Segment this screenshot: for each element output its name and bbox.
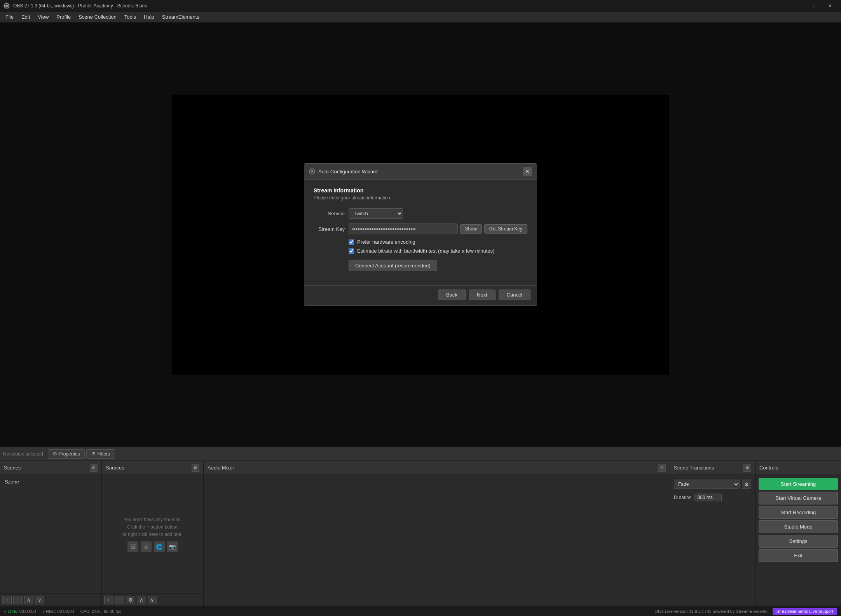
titlebar-controls: ─ □ ✕ (791, 0, 838, 12)
prefer-hw-encoding-checkbox[interactable] (349, 239, 354, 245)
estimate-bitrate-row: Estimate bitrate with bandwidth test (ma… (349, 248, 527, 254)
audio-popup-button[interactable]: ⊞ (658, 464, 666, 472)
duration-row: Duration (670, 492, 755, 503)
start-recording-button[interactable]: Start Recording (759, 506, 838, 519)
scenes-panel-header-icons: ⊞ (90, 464, 98, 472)
get-stream-key-button[interactable]: Get Stream Key (484, 224, 527, 234)
service-select[interactable]: Twitch YouTube Facebook Live Custom RTMP (349, 208, 403, 219)
sources-popup-button[interactable]: ⊞ (192, 464, 199, 472)
obs-icon (3, 2, 10, 9)
next-button[interactable]: Next (469, 290, 496, 300)
remove-source-button[interactable]: − (115, 596, 124, 604)
display-source-icon: 🖥 (141, 541, 152, 552)
menu-tools[interactable]: Tools (120, 12, 140, 21)
sources-panel-header-icons: ⊞ (192, 464, 199, 472)
start-streaming-button[interactable]: Start Streaming (759, 478, 838, 490)
add-scene-button[interactable]: + (2, 596, 12, 604)
audio-mixer-content (204, 475, 670, 606)
browser-source-icon: 🌐 (154, 541, 165, 552)
back-button[interactable]: Back (438, 290, 466, 300)
controls-panel: Controls Start Streaming Start Virtual C… (756, 461, 841, 606)
show-stream-key-button[interactable]: Show (460, 224, 482, 234)
transition-type-select[interactable]: Fade Cut Swipe Slide (674, 480, 740, 489)
service-row: Service Twitch YouTube Facebook Live Cus… (314, 208, 527, 219)
prefer-hw-encoding-row: Prefer hardware encoding (349, 239, 527, 245)
scene-up-button[interactable]: ∧ (24, 596, 33, 604)
sources-panel: Sources ⊞ You don't have any sources. Cl… (102, 461, 204, 606)
scene-down-button[interactable]: ∨ (35, 596, 44, 604)
source-up-button[interactable]: ∧ (137, 596, 146, 604)
remove-scene-button[interactable]: − (13, 596, 23, 604)
status-right: OBS.Live version 21.9.27.783 powered by … (654, 608, 837, 615)
menu-view[interactable]: View (34, 12, 52, 21)
source-type-icons: 🖼 🖥 🌐 📷 (127, 541, 178, 552)
dialog-content: Stream Information Please enter your str… (304, 180, 537, 285)
scene-transitions-panel: Scene Transitions ⊞ Fade Cut Swipe Slide… (670, 461, 756, 606)
dialog-titlebar: Auto-Configuration Wizard ✕ (304, 164, 537, 180)
connect-account-button[interactable]: Connect Account (recommended) (349, 260, 437, 271)
stream-key-row: Stream Key Show Get Stream Key (314, 223, 527, 234)
add-source-button[interactable]: + (104, 596, 113, 604)
estimate-bitrate-checkbox[interactable] (349, 248, 354, 254)
gear-icon: ⚙ (53, 451, 57, 457)
maximize-button[interactable]: □ (807, 0, 822, 12)
properties-label: Properties (59, 451, 80, 457)
filters-tab[interactable]: ⚗ Filters (86, 449, 115, 459)
stream-key-input[interactable] (349, 223, 458, 234)
close-button[interactable]: ✕ (822, 0, 838, 12)
scene-transitions-header-icons: ⊞ (743, 464, 751, 472)
menu-help[interactable]: Help (140, 12, 158, 21)
rec-dot: ● (42, 609, 46, 614)
wizard-icon (309, 168, 315, 175)
start-virtual-camera-button[interactable]: Start Virtual Camera (759, 492, 838, 504)
rec-label: REC: (46, 609, 57, 614)
sources-list[interactable]: You don't have any sources. Click the + … (102, 475, 203, 593)
settings-button[interactable]: Settings (759, 535, 838, 548)
menu-file[interactable]: File (2, 12, 17, 21)
menu-profile[interactable]: Profile (52, 12, 75, 21)
dialog-footer: Back Next Cancel (304, 285, 537, 305)
image-source-icon: 🖼 (127, 541, 138, 552)
audio-mixer-panel-header: Audio Mixer ⊞ (204, 461, 670, 475)
titlebar: OBS 27.1.3 (64-bit, windows) - Profile: … (0, 0, 841, 12)
streamelements-support-button[interactable]: StreamElements Live Support (773, 608, 837, 615)
scenes-list: Szene (0, 475, 101, 593)
live-dot: ● (4, 609, 8, 614)
transition-settings-button[interactable]: ⚙ (742, 480, 751, 489)
properties-tab[interactable]: ⚙ Properties (48, 449, 85, 459)
menu-scene-collection[interactable]: Scene Collection (75, 12, 120, 21)
scene-transitions-header: Scene Transitions ⊞ (670, 461, 755, 475)
titlebar-title: OBS 27.1.3 (64-bit, windows) - Profile: … (13, 3, 147, 9)
source-settings-button[interactable]: ⚙ (126, 596, 135, 604)
menu-streamelements[interactable]: StreamElements (158, 12, 203, 21)
exit-button[interactable]: Exit (759, 549, 838, 562)
menu-edit[interactable]: Edit (17, 12, 34, 21)
cpu-label: CPU: 2.0%, 60.00 fps (80, 609, 121, 614)
titlebar-left: OBS 27.1.3 (64-bit, windows) - Profile: … (3, 2, 147, 9)
filter-icon: ⚗ (91, 451, 96, 457)
controls-panel-header: Controls (756, 461, 841, 475)
minimize-button[interactable]: ─ (791, 0, 807, 12)
scenes-panel-header: Scenes ⊞ (0, 461, 101, 475)
duration-input[interactable] (694, 494, 722, 501)
dialog-close-button[interactable]: ✕ (523, 167, 532, 176)
transitions-popup-button[interactable]: ⊞ (743, 464, 751, 472)
svg-point-3 (311, 170, 313, 173)
service-label: Service (314, 211, 345, 216)
scene-transitions-title: Scene Transitions (674, 465, 714, 471)
source-down-button[interactable]: ∨ (148, 596, 157, 604)
scene-item-szene[interactable]: Szene (0, 476, 101, 487)
stream-key-label: Stream Key (314, 226, 345, 232)
audio-panel-header-icons: ⊞ (658, 464, 666, 472)
scene-transitions-content: Fade Cut Swipe Slide ⚙ Duration (670, 475, 755, 606)
scenes-popup-button[interactable]: ⊞ (90, 464, 98, 472)
cancel-button[interactable]: Cancel (499, 290, 530, 300)
no-sources-text-line1: You don't have any sources. (124, 516, 182, 524)
connect-account-row: Connect Account (recommended) (349, 260, 527, 271)
no-source-label: No source selected (3, 451, 43, 457)
sources-panel-header: Sources ⊞ (102, 461, 203, 475)
dialog-title-left: Auto-Configuration Wizard (309, 168, 377, 175)
stream-key-input-group: Show Get Stream Key (349, 223, 527, 234)
studio-mode-button[interactable]: Studio Mode (759, 520, 838, 533)
statusbar: ● LIVE: 00:00:00 ● REC: 00:00:00 CPU: 2.… (0, 606, 841, 616)
